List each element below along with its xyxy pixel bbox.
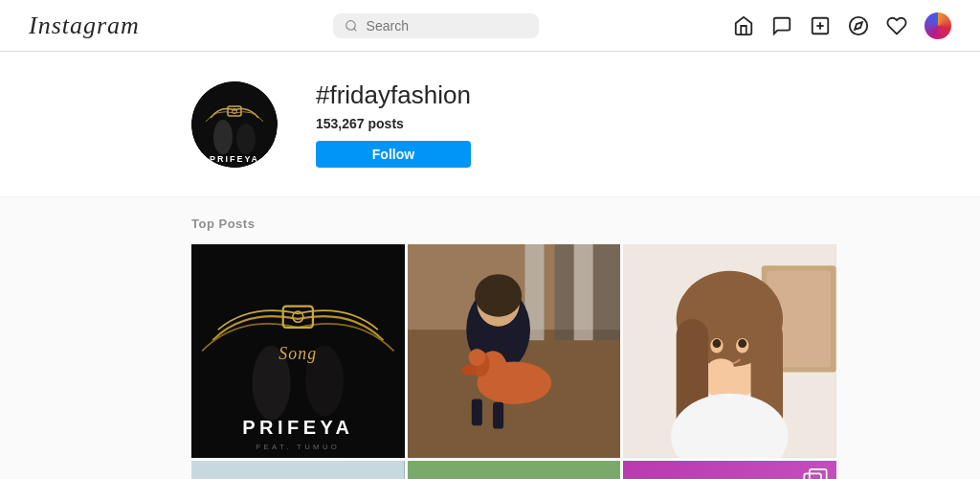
post-item[interactable]: [408, 461, 621, 479]
svg-point-34: [461, 365, 477, 376]
post-item[interactable]: [623, 244, 836, 458]
post-item[interactable]: [191, 461, 405, 479]
post-4-svg: [191, 461, 405, 479]
svg-point-49: [708, 358, 734, 376]
post-image-6: [623, 461, 836, 479]
post-5-svg: [408, 461, 621, 479]
svg-rect-24: [554, 244, 573, 340]
posts-grid: Song PRIFEYA FEAT. TUMUO: [191, 244, 836, 479]
main-content: PRIFEYA #fridayfashion 153,267 posts Fol…: [0, 52, 980, 479]
search-input[interactable]: [367, 18, 528, 34]
avatar-image: PRIFEYA: [191, 81, 278, 168]
svg-rect-36: [493, 402, 503, 429]
svg-text:PRIFEYA: PRIFEYA: [242, 417, 353, 438]
post-6-svg: [623, 461, 836, 479]
svg-text:FEAT. TUMUO: FEAT. TUMUO: [256, 443, 340, 451]
profile-post-count: 153,267 posts: [316, 116, 471, 131]
post-2-svg: [408, 244, 621, 458]
messenger-icon[interactable]: [771, 15, 792, 36]
post-item[interactable]: [408, 244, 621, 458]
post-1-svg: Song PRIFEYA FEAT. TUMUO: [191, 244, 405, 458]
post-item[interactable]: Song PRIFEYA FEAT. TUMUO: [191, 244, 405, 458]
svg-point-46: [713, 339, 722, 348]
search-icon: [345, 18, 358, 34]
svg-point-9: [236, 124, 256, 154]
explore-icon[interactable]: [848, 15, 869, 36]
user-avatar[interactable]: [924, 12, 951, 39]
post-image-4: [191, 461, 405, 479]
home-icon[interactable]: [733, 15, 754, 36]
top-posts-title: Top Posts: [191, 217, 836, 231]
svg-point-33: [468, 349, 485, 366]
svg-rect-25: [573, 244, 592, 340]
profile-info: #fridayfashion 153,267 posts Follow: [316, 80, 471, 168]
header: Instagram: [0, 0, 980, 52]
svg-rect-50: [191, 461, 405, 479]
svg-text:PRIFEYA: PRIFEYA: [210, 154, 259, 164]
svg-rect-26: [592, 244, 620, 340]
svg-point-8: [213, 120, 233, 154]
avatar-svg: PRIFEYA: [191, 81, 278, 168]
svg-point-5: [850, 16, 867, 34]
profile-hashtag: #fridayfashion: [316, 80, 471, 110]
profile-section: PRIFEYA #fridayfashion 153,267 posts Fol…: [0, 52, 980, 197]
post-image-2: [408, 244, 621, 458]
header-nav-icons: [733, 12, 951, 39]
add-post-icon[interactable]: [810, 15, 831, 36]
follow-button[interactable]: Follow: [316, 141, 471, 168]
post-image-1: Song PRIFEYA FEAT. TUMUO: [191, 244, 405, 458]
svg-text:Song: Song: [278, 344, 317, 363]
search-bar[interactable]: [333, 13, 539, 38]
profile-avatar: PRIFEYA: [191, 81, 278, 168]
post-image-3: [623, 244, 836, 458]
post-3-svg: [623, 244, 836, 458]
svg-point-47: [739, 339, 747, 348]
svg-rect-66: [408, 461, 621, 479]
heart-icon[interactable]: [886, 15, 907, 36]
svg-line-1: [354, 28, 357, 31]
posts-section: Top Posts: [0, 197, 980, 479]
svg-marker-6: [855, 22, 862, 30]
svg-point-29: [475, 274, 522, 317]
post-item[interactable]: [623, 461, 836, 479]
instagram-logo: Instagram: [29, 11, 140, 40]
post-image-5: [408, 461, 621, 479]
svg-point-0: [346, 20, 355, 29]
svg-rect-35: [471, 399, 481, 425]
